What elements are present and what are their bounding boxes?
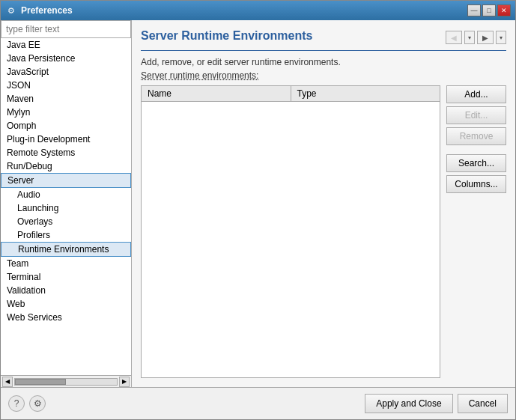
minimize-button[interactable]: — bbox=[467, 4, 481, 16]
tree-item-remote-systems[interactable]: Remote Systems bbox=[1, 146, 131, 159]
scroll-track[interactable] bbox=[14, 378, 118, 386]
col-name: Name bbox=[142, 86, 291, 101]
tree-item-plug-in-development[interactable]: Plug-in Development bbox=[1, 133, 131, 146]
window-controls: — □ ✕ bbox=[467, 4, 511, 16]
tree-item-web-services[interactable]: Web Services bbox=[1, 311, 131, 324]
table-header: Name Type bbox=[142, 86, 440, 102]
tree-item-team[interactable]: Team bbox=[1, 257, 131, 270]
col-type: Type bbox=[291, 86, 440, 101]
scroll-right-arrow[interactable]: ▶ bbox=[119, 377, 130, 387]
description-text: Add, remove, or edit server runtime envi… bbox=[141, 57, 506, 67]
back-button[interactable]: ◀ bbox=[446, 31, 462, 44]
forward-dropdown[interactable]: ▾ bbox=[496, 31, 506, 44]
tree-item-profilers[interactable]: Profilers bbox=[1, 228, 131, 242]
tree-item-overlays[interactable]: Overlays bbox=[1, 215, 131, 228]
search-button[interactable]: Search... bbox=[446, 154, 506, 172]
env-label: Server runtime environments: bbox=[141, 70, 506, 81]
env-table: Name Type bbox=[141, 85, 440, 378]
apply-close-button[interactable]: Apply and Close bbox=[365, 394, 452, 413]
tree-item-web[interactable]: Web bbox=[1, 297, 131, 311]
window-title: Preferences bbox=[21, 5, 467, 16]
main-content: Java EEJava PersistenceJavaScriptJSONMav… bbox=[1, 20, 515, 387]
horizontal-scrollbar: ◀ ▶ bbox=[1, 375, 131, 387]
bottom-bar: ? ⚙ Apply and Close Cancel bbox=[1, 387, 515, 419]
add-button[interactable]: Add... bbox=[446, 85, 506, 103]
section-title: Server Runtime Environments bbox=[141, 29, 445, 46]
preferences-window: ⚙ Preferences — □ ✕ Java EEJava Persiste… bbox=[0, 0, 516, 420]
tree-item-launching[interactable]: Launching bbox=[1, 201, 131, 215]
tree-item-java-persistence[interactable]: Java Persistence bbox=[1, 52, 131, 65]
right-panel: Server Runtime Environments ◀ ▾ ▶ ▾ Add,… bbox=[132, 20, 515, 387]
right-header: Server Runtime Environments ◀ ▾ ▶ ▾ bbox=[141, 29, 506, 46]
tree-item-json[interactable]: JSON bbox=[1, 79, 131, 92]
left-panel: Java EEJava PersistenceJavaScriptJSONMav… bbox=[1, 20, 132, 387]
edit-button[interactable]: Edit... bbox=[446, 106, 506, 124]
nav-controls: ◀ ▾ ▶ ▾ bbox=[445, 31, 506, 44]
tree-item-oomph[interactable]: Oomph bbox=[1, 119, 131, 133]
title-divider bbox=[141, 50, 506, 51]
window-icon: ⚙ bbox=[5, 4, 17, 16]
tree-item-run/debug[interactable]: Run/Debug bbox=[1, 159, 131, 173]
tree-item-javascript[interactable]: JavaScript bbox=[1, 65, 131, 79]
tree-item-mylyn[interactable]: Mylyn bbox=[1, 106, 131, 119]
tree-area: Java EEJava PersistenceJavaScriptJSONMav… bbox=[1, 38, 131, 375]
tree-item-validation[interactable]: Validation bbox=[1, 284, 131, 297]
table-body bbox=[142, 102, 440, 375]
remove-button[interactable]: Remove bbox=[446, 127, 506, 145]
bottom-buttons: Apply and Close Cancel bbox=[365, 394, 508, 413]
scroll-thumb bbox=[15, 379, 66, 385]
bottom-icons: ? ⚙ bbox=[8, 395, 46, 412]
maximize-button[interactable]: □ bbox=[482, 4, 496, 16]
help-icon[interactable]: ? bbox=[8, 395, 25, 412]
preferences-icon[interactable]: ⚙ bbox=[29, 395, 46, 412]
tree-item-runtime-environments[interactable]: Runtime Environments bbox=[1, 242, 131, 257]
title-bar: ⚙ Preferences — □ ✕ bbox=[1, 1, 515, 20]
tree-item-server[interactable]: Server bbox=[1, 173, 131, 188]
tree-item-maven[interactable]: Maven bbox=[1, 92, 131, 106]
tree-item-terminal[interactable]: Terminal bbox=[1, 270, 131, 284]
scroll-left-arrow[interactable]: ◀ bbox=[2, 377, 13, 387]
close-button[interactable]: ✕ bbox=[497, 4, 511, 16]
forward-button[interactable]: ▶ bbox=[477, 31, 494, 44]
tree-item-java-ee[interactable]: Java EE bbox=[1, 38, 131, 52]
back-dropdown[interactable]: ▾ bbox=[464, 31, 475, 44]
filter-input[interactable] bbox=[1, 20, 131, 38]
columns-button[interactable]: Columns... bbox=[446, 175, 506, 193]
cancel-button[interactable]: Cancel bbox=[458, 394, 508, 413]
action-buttons: Add... Edit... Remove Search... Columns.… bbox=[446, 85, 506, 378]
tree-item-audio[interactable]: Audio bbox=[1, 188, 131, 201]
table-section: Name Type Add... Edit... Remove Search..… bbox=[141, 85, 506, 378]
